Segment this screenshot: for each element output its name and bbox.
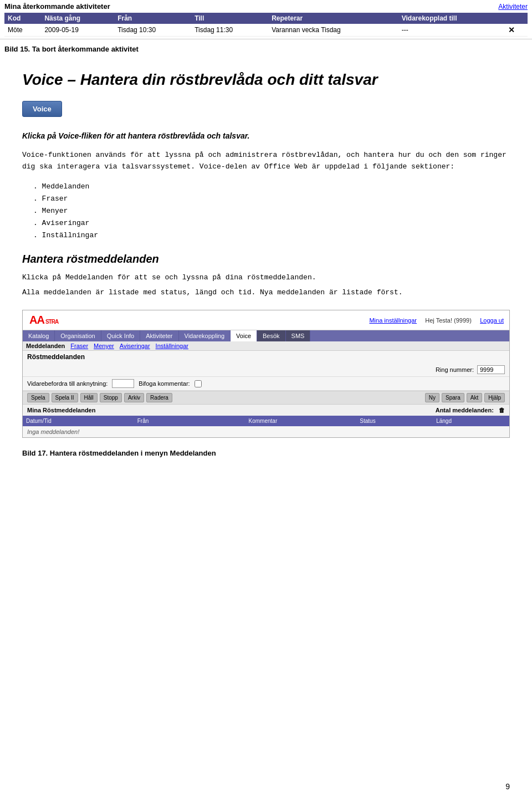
topbar-title: Mina återkommande aktiviteter bbox=[4, 2, 110, 11]
bild17-caption: Bild 17. Hantera röstmeddelanden i menyn… bbox=[22, 449, 510, 457]
top-bar: Mina återkommande aktiviteter Aktivitete… bbox=[0, 0, 532, 39]
ss-ring-row: Ring nummer: bbox=[23, 363, 509, 376]
table-row: Möte 2009-05-19 Tisdag 10:30 Tisdag 11:3… bbox=[4, 24, 528, 37]
nav-sms[interactable]: SMS bbox=[286, 330, 311, 341]
aktiviteter-link[interactable]: Aktiviteter bbox=[498, 3, 528, 11]
aastra-logo: AASTRA bbox=[28, 314, 58, 326]
logga-ut-link[interactable]: Logga ut bbox=[480, 317, 504, 324]
btn-radera[interactable]: Radera bbox=[146, 393, 172, 402]
btn-hall[interactable]: Håll bbox=[80, 393, 98, 402]
col-repeterar: Repeterar bbox=[268, 13, 398, 24]
section-desc1: Klicka på Meddelanden för att se och lys… bbox=[22, 272, 510, 284]
col-nasta: Nästa gång bbox=[41, 13, 114, 24]
bullet-item: . Meddelanden bbox=[33, 181, 510, 193]
bullet-item: . Menyer bbox=[33, 205, 510, 217]
fwd-label: Vidarebefordra till anknytning: bbox=[27, 380, 108, 387]
page-number: 9 bbox=[505, 782, 510, 791]
subnav-installningar[interactable]: Inställningar bbox=[156, 343, 188, 349]
ss-table-header: Mina Röstmeddelanden Antal meddelanden: … bbox=[23, 404, 509, 416]
nav-aktiviteter[interactable]: Aktiviteter bbox=[140, 330, 178, 341]
bullet-item: . Inställningar bbox=[33, 229, 510, 242]
ss-fwd-row: Vidarebefordra till anknytning: Bifoga k… bbox=[23, 376, 509, 391]
col-kommentar: Kommentar bbox=[245, 417, 357, 425]
nav-organisation[interactable]: Organisation bbox=[55, 330, 101, 341]
subnav-menyer[interactable]: Menyer bbox=[94, 343, 114, 349]
btn-akt[interactable]: Akt bbox=[467, 393, 482, 402]
ss-table-col-headers: Datum/Tid Från Kommentar Status Längd bbox=[23, 416, 509, 426]
bild15-caption: Bild 15. Ta bort återkommande aktivitet bbox=[4, 45, 528, 53]
recurring-activities-table: Kod Nästa gång Från Till Repeterar Vidar… bbox=[4, 13, 528, 37]
cell-till: Tisdag 11:30 bbox=[191, 24, 268, 37]
voice-button[interactable]: Voice bbox=[22, 101, 62, 117]
cell-repeterar: Varannan vecka Tisdag bbox=[268, 24, 398, 37]
nav-katalog[interactable]: Katalog bbox=[23, 330, 55, 341]
bullet-list: . Meddelanden . Fraser . Menyer . Aviser… bbox=[33, 181, 510, 242]
user-greeting: Hej Testa! (9999) bbox=[425, 317, 472, 324]
mina-installningar-link[interactable]: Mina inställningar bbox=[369, 317, 417, 324]
fwd-input[interactable] bbox=[112, 379, 134, 388]
delete-icon[interactable]: ✕ bbox=[508, 25, 515, 34]
cell-fran: Tisdag 10:30 bbox=[114, 24, 191, 37]
nav-vidarekoppling[interactable]: Vidarekoppling bbox=[179, 330, 231, 341]
col-datum: Datum/Tid bbox=[23, 417, 134, 425]
btn-ny[interactable]: Ny bbox=[425, 393, 439, 402]
cell-kod: Möte bbox=[4, 24, 41, 37]
section-desc2: Alla meddelanden är listade med status, … bbox=[22, 287, 510, 299]
ring-label: Ring nummer: bbox=[436, 366, 474, 373]
delete-all-icon[interactable]: 🗑 bbox=[499, 407, 505, 413]
btn-spara[interactable]: Spara bbox=[442, 393, 464, 402]
nav-besok[interactable]: Besök bbox=[257, 330, 286, 341]
ss-nav: Katalog Organisation Quick Info Aktivite… bbox=[23, 330, 509, 341]
page-title: Voice – Hantera din röstbrevlåda och dit… bbox=[22, 70, 510, 90]
cell-delete[interactable]: ✕ bbox=[505, 24, 528, 37]
subnav-fraser[interactable]: Fraser bbox=[70, 343, 88, 349]
section-heading: Hantera röstmeddelanden bbox=[22, 253, 510, 265]
btn-hjalp[interactable]: Hjälp bbox=[484, 393, 505, 402]
col-fran: Från bbox=[114, 13, 191, 24]
col-langd: Längd bbox=[433, 417, 509, 425]
comment-label: Bifoga kommentar: bbox=[139, 380, 190, 387]
col-action bbox=[505, 13, 528, 24]
ss-top-right: Mina inställningar Hej Testa! (9999) Log… bbox=[369, 317, 504, 324]
btn-spela2[interactable]: Spela II bbox=[52, 393, 78, 402]
ss-controls: Spela Spela II Håll Stopp Arkiv Radera N… bbox=[23, 391, 509, 404]
subnav-meddelanden[interactable]: Meddelanden bbox=[26, 343, 65, 349]
screenshot-mockup: AASTRA Mina inställningar Hej Testa! (99… bbox=[22, 310, 510, 438]
col-kod: Kod bbox=[4, 13, 41, 24]
col-vidare: Vidarekopplad till bbox=[398, 13, 505, 24]
main-content: Voice – Hantera din röstbrevlåda och dit… bbox=[0, 59, 532, 479]
ss-section-title: Röstmeddelanden bbox=[23, 351, 509, 363]
intro-text: Klicka på Voice-fliken för att hantera r… bbox=[22, 130, 510, 142]
col-fran: Från bbox=[134, 417, 245, 425]
table-header-right: Antal meddelanden: 🗑 bbox=[436, 407, 505, 413]
ring-input[interactable] bbox=[477, 365, 505, 374]
ss-empty-msg: Inga meddelanden! bbox=[23, 426, 509, 437]
nav-quickinfo[interactable]: Quick Info bbox=[101, 330, 141, 341]
col-status: Status bbox=[356, 417, 433, 425]
btn-arkiv[interactable]: Arkiv bbox=[124, 393, 144, 402]
controls-right: Ny Spara Akt Hjälp bbox=[425, 393, 505, 402]
table-header-left: Mina Röstmeddelanden bbox=[27, 407, 95, 413]
cell-vidare: --- bbox=[398, 24, 505, 37]
bullet-item: . Fraser bbox=[33, 193, 510, 205]
nav-voice[interactable]: Voice bbox=[231, 330, 257, 341]
body-text: Voice-funktionen används för att lyssna … bbox=[22, 150, 510, 173]
ss-subnav: Meddelanden Fraser Menyer Aviseringar In… bbox=[23, 341, 509, 351]
bullet-item: . Aviseringar bbox=[33, 217, 510, 229]
btn-stopp[interactable]: Stopp bbox=[100, 393, 122, 402]
controls-left: Spela Spela II Håll Stopp Arkiv Radera bbox=[27, 393, 172, 402]
comment-checkbox[interactable] bbox=[195, 380, 202, 387]
col-till: Till bbox=[191, 13, 268, 24]
ss-header: AASTRA Mina inställningar Hej Testa! (99… bbox=[23, 310, 509, 330]
btn-spela[interactable]: Spela bbox=[27, 393, 49, 402]
subnav-aviseringar[interactable]: Aviseringar bbox=[120, 343, 150, 349]
cell-nasta: 2009-05-19 bbox=[41, 24, 114, 37]
